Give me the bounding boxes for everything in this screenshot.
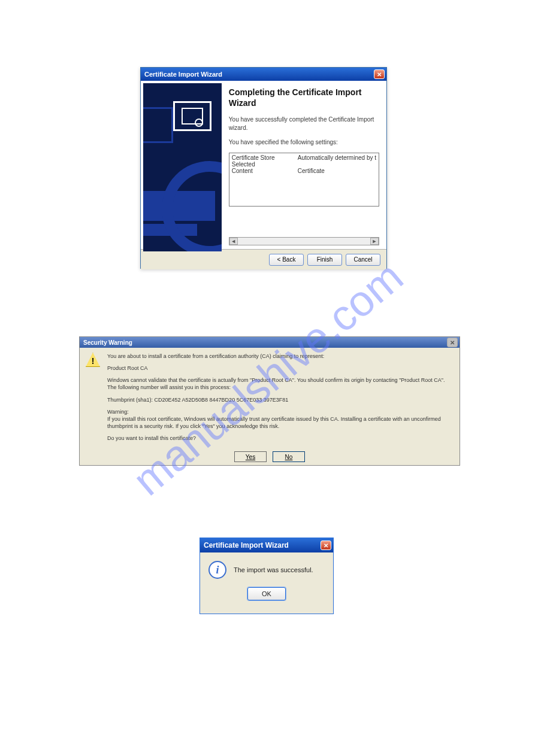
- success-text: The import was successful.: [234, 566, 313, 573]
- warning-line: Do you want to install this certificate?: [107, 435, 454, 442]
- import-success-dialog: Certificate Import Wizard ✕ i The import…: [200, 538, 334, 614]
- settings-value: Automatically determined by t: [298, 154, 376, 168]
- wizard-text-1: You have successfully completed the Cert…: [229, 116, 379, 132]
- warning-body: ! You are about to install a certificate…: [80, 348, 460, 449]
- warning-line: Product Root CA: [107, 365, 454, 372]
- chevron-right-icon: ►: [372, 238, 377, 244]
- warning-line: Warning: If you install this root certif…: [107, 408, 454, 430]
- ok-button[interactable]: OK: [247, 587, 286, 600]
- warning-line: Windows cannot validate that the certifi…: [107, 377, 454, 391]
- success-titlebar[interactable]: Certificate Import Wizard ✕: [200, 538, 333, 552]
- wizard-titlebar[interactable]: Certificate Import Wizard ✕: [141, 68, 386, 81]
- warning-footer: Yes No: [80, 449, 460, 467]
- close-button[interactable]: ✕: [374, 69, 385, 79]
- close-button[interactable]: ✕: [447, 338, 458, 347]
- close-icon: ✕: [450, 339, 455, 346]
- wizard-body: Completing the Certificate Import Wizard…: [141, 81, 386, 250]
- settings-value: Certificate: [298, 168, 376, 174]
- warning-icon: !: [86, 353, 100, 367]
- yes-button[interactable]: Yes: [234, 451, 267, 462]
- security-warning-dialog: Security Warning ✕ ! You are about to in…: [79, 336, 460, 466]
- cancel-button[interactable]: Cancel: [346, 254, 380, 266]
- success-footer: OK: [200, 582, 333, 606]
- wizard-content: Completing the Certificate Import Wizard…: [222, 81, 386, 249]
- info-icon: i: [208, 561, 226, 579]
- success-body: i The import was successful.: [200, 552, 333, 582]
- wizard-text-2: You have specified the following setting…: [229, 138, 379, 147]
- settings-label: Certificate Store Selected: [232, 154, 298, 168]
- finish-button[interactable]: Finish: [307, 254, 342, 266]
- scroll-left-button[interactable]: ◄: [229, 238, 238, 245]
- back-button[interactable]: < Back: [269, 254, 304, 266]
- wizard-footer: < Back Finish Cancel: [141, 250, 386, 269]
- wizard-heading: Completing the Certificate Import Wizard: [229, 87, 379, 108]
- close-icon: ✕: [377, 71, 382, 78]
- wizard-side-graphic: [143, 83, 222, 251]
- settings-row: Content Certificate: [232, 168, 376, 174]
- warning-title: Security Warning: [83, 339, 132, 346]
- success-title: Certificate Import Wizard: [204, 541, 289, 549]
- settings-label: Content: [232, 168, 298, 174]
- chevron-left-icon: ◄: [231, 238, 236, 244]
- certificate-icon: [173, 101, 211, 131]
- settings-row: Certificate Store Selected Automatically…: [232, 154, 376, 168]
- warning-line: Thumbprint (sha1): CD20E452 A52D50B8 844…: [107, 396, 454, 403]
- close-icon: ✕: [324, 542, 328, 549]
- warning-line: You are about to install a certificate f…: [107, 353, 454, 360]
- close-button[interactable]: ✕: [321, 541, 331, 550]
- wizard-title: Certificate Import Wizard: [144, 71, 222, 78]
- no-button[interactable]: No: [273, 451, 305, 462]
- certificate-import-wizard-dialog: Certificate Import Wizard ✕ Completing t…: [140, 67, 387, 269]
- scroll-right-button[interactable]: ►: [370, 238, 379, 245]
- warning-text: You are about to install a certificate f…: [107, 353, 454, 447]
- horizontal-scrollbar[interactable]: ◄ ►: [229, 237, 379, 245]
- warning-titlebar[interactable]: Security Warning ✕: [80, 337, 460, 348]
- settings-list: Certificate Store Selected Automatically…: [229, 153, 379, 207]
